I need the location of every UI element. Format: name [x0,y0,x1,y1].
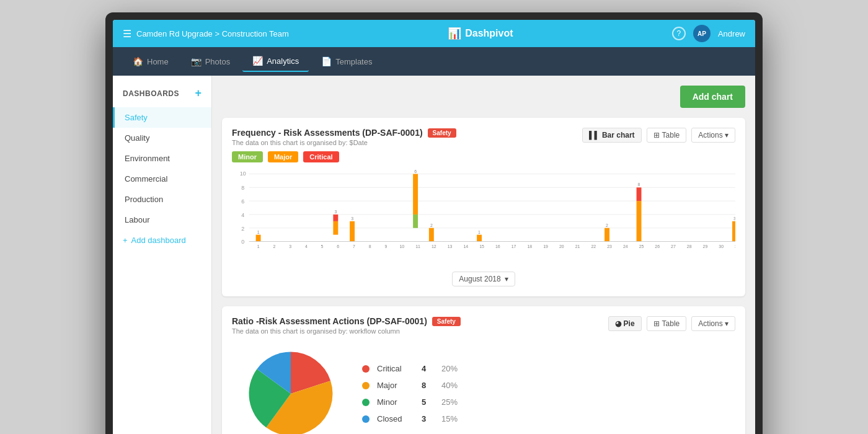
add-dashboard-button[interactable]: + Add dashboard [113,230,211,250]
add-dashboard-icon: + [123,236,128,245]
nav-item-analytics[interactable]: 📈 Analytics [242,51,309,72]
pie-icon: ◕ [615,319,621,328]
closed-label: Closed [377,414,414,423]
svg-text:8: 8 [241,185,244,191]
sidebar-item-commercial[interactable]: Commercial [113,169,211,189]
svg-rect-52 [637,201,642,241]
top-bar: ☰ Camden Rd Upgrade > Construction Team … [113,20,755,47]
svg-text:3: 3 [351,216,353,221]
top-bar-left: ☰ Camden Rd Upgrade > Construction Team [123,28,289,40]
help-button[interactable]: ? [672,27,686,40]
templates-icon: 📄 [321,56,332,66]
svg-text:3: 3 [289,244,291,249]
date-label: August 2018 [459,275,500,283]
svg-text:0: 0 [241,239,244,245]
nav-item-photos[interactable]: 📷 Photos [181,51,240,71]
sidebar-item-quality[interactable]: Quality [113,128,211,148]
table2-icon: ⊞ [653,319,660,328]
chart-card-2: Ratio -Risk Assessment Actions (DP-SAF-0… [222,306,745,434]
svg-text:9: 9 [385,244,388,249]
sidebar-item-production[interactable]: Production [113,189,211,210]
hamburger-icon[interactable]: ☰ [123,28,131,40]
svg-text:10: 10 [240,170,246,177]
svg-text:19: 19 [543,244,548,249]
top-bar-right: ? AP Andrew [672,25,745,42]
bar-chart-icon: ▌▌ [589,131,600,140]
chart2-table-button[interactable]: ⊞ Table [647,316,687,331]
closed-dot [362,415,370,423]
svg-text:15: 15 [479,244,484,249]
chart2-title: Ratio -Risk Assessment Actions (DP-SAF-0… [232,316,608,326]
closed-count: 3 [422,414,434,423]
chart2-title-area: Ratio -Risk Assessment Actions (DP-SAF-0… [232,316,608,335]
critical-count: 4 [422,364,434,373]
svg-rect-23 [350,221,355,242]
date-selector[interactable]: August 2018 ▾ [452,272,515,286]
pie-chart-button[interactable]: ◕ Pie [608,316,642,331]
chart-icon: 📊 [448,27,461,40]
svg-text:8: 8 [638,182,640,187]
svg-text:24: 24 [623,244,628,249]
svg-text:4: 4 [305,244,308,249]
nav-item-home[interactable]: 🏠 Home [123,51,179,71]
sidebar-item-environment[interactable]: Environment [113,148,211,169]
svg-text:22: 22 [591,244,596,249]
content-area: Add chart Frequency - Risk Assessments (… [212,76,755,434]
table-icon: ⊞ [653,131,660,140]
bar-chart-svg: 10 8 6 4 2 0 [232,167,735,254]
chart1-legend: Minor Major Critical [232,151,735,162]
chart-card-1: Frequency - Risk Assessments (DP-SAF-000… [222,118,745,296]
sidebar-quality-label: Quality [125,133,149,143]
svg-text:4: 4 [241,212,244,218]
major-pct: 40% [441,381,466,390]
sidebar-commercial-label: Commercial [125,174,167,184]
sidebar-add-button[interactable]: + [195,87,202,100]
bar-chart-button[interactable]: ▌▌ Bar chart [582,128,642,143]
chart1-actions-button[interactable]: Actions ▾ [691,128,735,143]
breadcrumb: Camden Rd Upgrade > Construction Team [136,29,289,38]
chart1-title: Frequency - Risk Assessments (DP-SAF-000… [232,128,582,138]
chart1-footer: August 2018 ▾ [232,272,735,286]
username[interactable]: Andrew [718,29,745,38]
sidebar-title: Dashboards [123,89,179,98]
legend-item-closed: Closed 3 15% [362,414,466,423]
add-chart-button[interactable]: Add chart [680,86,745,108]
nav-item-templates[interactable]: 📄 Templates [311,51,382,71]
svg-text:21: 21 [575,244,580,249]
content-header: Add chart [222,86,745,108]
chart1-table-button[interactable]: ⊞ Table [647,128,687,143]
legend-item-critical: Critical 4 20% [362,364,466,373]
sidebar-header: Dashboards + [113,83,211,107]
minor-pct: 25% [441,397,466,407]
legend-minor: Minor [232,151,263,162]
svg-text:14: 14 [463,244,468,249]
legend-item-major: Major 8 40% [362,381,466,390]
svg-rect-61 [732,221,735,242]
chart2-header: Ratio -Risk Assessment Actions (DP-SAF-0… [232,316,735,335]
svg-text:2: 2 [273,244,275,249]
sidebar-item-labour[interactable]: Labour [113,210,211,230]
legend-major: Major [268,151,298,162]
svg-text:28: 28 [687,244,692,249]
svg-text:12: 12 [432,244,436,249]
svg-text:5: 5 [321,244,324,249]
chart2-subtitle: The data on this chart is organised by: … [232,327,608,335]
svg-text:6: 6 [241,198,244,205]
svg-text:18: 18 [527,244,532,249]
chart2-actions-button[interactable]: Actions ▾ [691,316,735,331]
nav-analytics-label: Analytics [267,56,299,66]
svg-text:6: 6 [337,244,339,249]
nav-home-label: Home [147,57,169,66]
major-label: Major [377,381,414,390]
svg-rect-53 [637,187,642,201]
svg-text:3: 3 [334,210,337,214]
sidebar-item-safety[interactable]: Safety [113,107,211,128]
svg-text:2: 2 [606,223,608,228]
sidebar-safety-label: Safety [125,113,148,122]
screen: ☰ Camden Rd Upgrade > Construction Team … [113,20,755,434]
svg-text:26: 26 [655,244,660,249]
app-logo-area: 📊 Dashpivot [289,27,672,40]
major-dot [362,382,370,389]
svg-rect-29 [413,215,418,228]
svg-text:10: 10 [399,244,404,249]
